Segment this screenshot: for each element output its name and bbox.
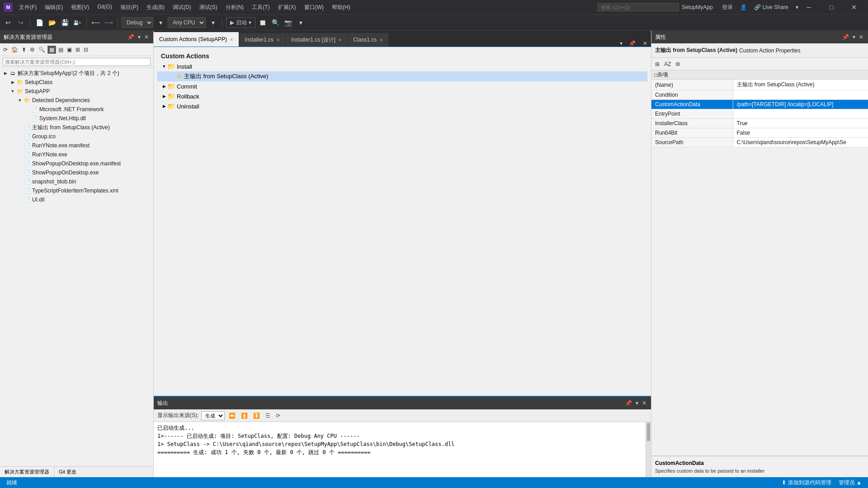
ca-expand-commit[interactable]: ▶ (161, 84, 167, 89)
global-search-input[interactable] (598, 3, 679, 11)
back-button[interactable]: ⟵ (90, 17, 101, 28)
se-item-primary-output[interactable]: 📄 主输出 from SetupClass (Active) (0, 123, 153, 132)
se-btn-1[interactable]: ⟳ (2, 46, 9, 53)
output-dropdown-button[interactable]: ▾ (635, 400, 639, 406)
login-button[interactable]: 登录 (718, 3, 736, 12)
se-item-group-ico[interactable]: 📄 Group.ico (0, 132, 153, 141)
se-expand-solution[interactable]: ▶ (2, 71, 9, 75)
props-pin-button[interactable]: 📌 (841, 34, 850, 40)
tab-close-class1[interactable]: ✕ (379, 38, 383, 42)
tab-dropdown-button[interactable]: ▾ (617, 40, 625, 47)
menu-item-h[interactable]: 帮助(H) (328, 3, 354, 12)
menu-item-gitg[interactable]: Git(G) (94, 3, 116, 12)
debug-config-dropdown[interactable]: Debug (122, 17, 153, 28)
menu-item-b[interactable]: 生成(B) (143, 3, 168, 12)
se-btn-5[interactable]: 🔍 (37, 46, 47, 53)
se-expand-setupapp[interactable]: ▼ (9, 89, 16, 94)
prop-value-customActionData[interactable]: /path=[TARGETDIR] /localip=[LOCALIP] (733, 100, 868, 109)
prop-settings-btn[interactable]: ⚙ (674, 61, 682, 68)
redo-button[interactable]: ↪ (15, 17, 26, 28)
save-button[interactable]: 💾 (59, 17, 70, 28)
props-dropdown-button[interactable]: ▾ (852, 34, 856, 40)
se-btn-7[interactable]: ▤ (57, 46, 65, 53)
se-btn-6[interactable]: ▦ (47, 46, 56, 54)
se-item-detected-deps[interactable]: ▼ 📁 Detected Dependencies (0, 96, 153, 105)
se-item-solution[interactable]: ▶ 🗂 解决方案'SetupMyApp'(2 个项目，共 2 个) (0, 69, 153, 78)
se-item-typescript[interactable]: 📄 TypeScriptFolderItemTemplates.xml (0, 186, 153, 195)
cpu-dropdown[interactable]: Any CPU (168, 17, 206, 28)
save-all-button[interactable]: 💾+ (72, 17, 83, 28)
output-pin-button[interactable]: 📌 (624, 400, 633, 406)
se-item-ui[interactable]: 📄 UI.dll (0, 195, 153, 204)
prop-value-condition[interactable] (733, 90, 868, 100)
minimize-button[interactable]: ─ (798, 0, 819, 14)
toolbar-more-1[interactable]: ⬜ (257, 17, 268, 28)
tab-close-installer1-design[interactable]: ✕ (338, 38, 342, 42)
output-btn-5[interactable]: ⟳ (274, 412, 282, 419)
output-btn-1[interactable]: ⏪ (227, 412, 237, 419)
editor-close-button[interactable]: ✕ (639, 40, 651, 47)
output-source-dropdown[interactable]: 生成 (201, 411, 225, 420)
live-share-button[interactable]: 🔗 Live Share (750, 3, 792, 11)
config-arrow[interactable]: ▾ (155, 17, 166, 28)
tab-installer1-design[interactable]: Installer1.cs [设计] ✕ (286, 33, 348, 47)
se-btn-8[interactable]: ▣ (66, 46, 73, 53)
se-item-showmanifest[interactable]: 📄 ShowPopupOnDesktop.exe.manifest (0, 159, 153, 168)
se-item-http[interactable]: 📄 System.Net.Http.dll (0, 114, 153, 123)
prop-row-name[interactable]: (Name) 主输出 from SetupClass (Active) (651, 80, 868, 90)
se-btn-9[interactable]: ⊞ (74, 46, 81, 53)
prop-alpha-btn[interactable]: AZ (662, 61, 673, 68)
output-btn-4[interactable]: ☰ (264, 412, 272, 419)
se-btn-3[interactable]: ⬆ (20, 46, 28, 53)
se-expand-setupclass[interactable]: ▶ (9, 80, 16, 84)
se-item-runy[interactable]: 📄 RunYNote.exe (0, 150, 153, 159)
prop-categories-btn[interactable]: ⊞ (653, 61, 661, 68)
ca-expand-uninstall[interactable]: ▶ (161, 104, 167, 108)
ca-item-install[interactable]: ▼ 📁 Install (157, 61, 647, 71)
open-button[interactable]: 📂 (47, 17, 57, 28)
menu-item-p[interactable]: 项目(P) (117, 3, 142, 12)
output-btn-2[interactable]: ⏫ (240, 412, 249, 419)
toolbar-more-arrow[interactable]: ▾ (295, 17, 306, 28)
ca-item-uninstall[interactable]: ▶ 📁 Uninstall (157, 101, 647, 111)
status-user[interactable]: 管理员 ▲ (836, 479, 864, 487)
undo-button[interactable]: ↩ (3, 17, 14, 28)
tab-close-installer1[interactable]: ✕ (276, 38, 280, 42)
new-file-button[interactable]: 📄 (34, 17, 45, 28)
prop-row-run64bit[interactable]: Run64Bit False (651, 128, 868, 138)
prop-row-condition[interactable]: Condition (651, 90, 868, 100)
ca-expand-install[interactable]: ▼ (161, 64, 167, 69)
ca-item-rollback[interactable]: ▶ 📁 Rollback (157, 91, 647, 101)
menu-item-x[interactable]: 扩展(X) (274, 3, 300, 12)
prop-value-name[interactable]: 主输出 from SetupClass (Active) (733, 80, 868, 90)
output-btn-3[interactable]: ⏬ (252, 412, 261, 419)
tab-solution-explorer[interactable]: 解决方案资源管理器 (0, 467, 54, 477)
forward-button[interactable]: ⟶ (103, 17, 114, 28)
status-ready[interactable]: 就绪 (4, 479, 20, 487)
prop-row-customActionData[interactable]: CustomActionData /path=[TARGETDIR] /loca… (651, 100, 868, 109)
panel-pin-button[interactable]: 📌 (127, 34, 135, 40)
menu-item-n[interactable]: 分析(N) (222, 3, 248, 12)
cpu-arrow[interactable]: ▾ (208, 17, 218, 28)
prop-value-entryPoint[interactable] (733, 109, 868, 119)
menu-item-d[interactable]: 调试(D) (169, 3, 195, 12)
prop-value-sourcePath[interactable]: C:\Users\qiand\source\repos\SetupMyApp\S… (733, 138, 868, 147)
ca-item-primary-output-install[interactable]: ⚙ 主输出 from SetupClass (Active) (157, 71, 647, 81)
toolbar-more-3[interactable]: 📷 (283, 17, 293, 28)
ca-item-commit[interactable]: ▶ 📁 Commit (157, 81, 647, 91)
toolbar-more-2[interactable]: 🔍 (270, 17, 281, 28)
ca-expand-rollback[interactable]: ▶ (161, 94, 167, 99)
se-item-setupclass[interactable]: ▶ 📁 SetupClass (0, 78, 153, 87)
menu-item-v[interactable]: 视图(V) (67, 3, 93, 12)
se-item-dotnet[interactable]: 📄 Microsoft .NET Framework (0, 105, 153, 114)
menu-item-f[interactable]: 文件(F) (15, 3, 40, 12)
menu-item-t[interactable]: 工具(T) (248, 3, 273, 12)
se-item-setupapp[interactable]: ▼ 📁 SetupAPP (0, 87, 153, 96)
se-btn-10[interactable]: ⊟ (82, 46, 90, 53)
close-button[interactable]: ✕ (844, 0, 864, 14)
se-btn-4[interactable]: ⚙ (28, 46, 36, 53)
status-add-scm[interactable]: ⬆ 添加到源代码管理 (779, 479, 834, 487)
editor-pin-button[interactable]: 📌 (625, 40, 639, 47)
prop-row-installerClass[interactable]: InstallerClass True (651, 119, 868, 128)
tab-installer1[interactable]: Installer1.cs ✕ (239, 33, 286, 47)
